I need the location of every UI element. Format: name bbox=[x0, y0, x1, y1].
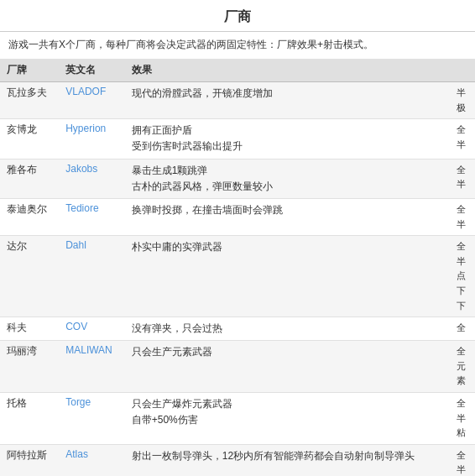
effect-text: 现代的滑膛武器，开镜准度增加 bbox=[132, 86, 444, 102]
table-row: 雅各布Jakobs暴击生成1颗跳弹古朴的武器风格，弹匣数量较小全半 bbox=[0, 159, 475, 198]
table-row: 瓦拉多夫VLADOF现代的滑膛武器，开镜准度增加半极 bbox=[0, 82, 475, 119]
cell-en-name: Hyperion bbox=[59, 119, 125, 159]
cell-tags: 全半 bbox=[450, 444, 475, 476]
cell-tags: 全半点下下 bbox=[450, 236, 475, 317]
cell-brand: 瓦拉多夫 bbox=[0, 82, 59, 119]
table-row: 泰迪奥尔Tediore换弹时投掷，在撞击墙面时会弹跳全半 bbox=[0, 198, 475, 235]
cell-tags: 全元素 bbox=[450, 341, 475, 393]
tag-text: 下 bbox=[457, 299, 468, 314]
tag-text: 全 bbox=[457, 163, 468, 178]
effect-text: 暴击生成1颗跳弹 bbox=[132, 163, 444, 179]
cell-tags: 全半 bbox=[450, 198, 475, 235]
page-title: 厂商 bbox=[0, 0, 475, 32]
cell-brand: 科夫 bbox=[0, 317, 59, 341]
cell-brand: 托格 bbox=[0, 393, 59, 445]
effect-text: 自带+50%伤害 bbox=[132, 412, 444, 428]
cell-effect: 拥有正面护盾受到伤害时武器输出提升 bbox=[125, 119, 451, 159]
cell-effect: 换弹时投掷，在撞击墙面时会弹跳 bbox=[125, 198, 451, 235]
effect-text: 古朴的武器风格，弹匣数量较小 bbox=[132, 179, 444, 195]
tag-text: 全 bbox=[457, 396, 468, 411]
cell-effect: 没有弹夹，只会过热 bbox=[125, 317, 451, 341]
cell-en-name: Torge bbox=[59, 393, 125, 445]
cell-brand: 达尔 bbox=[0, 236, 59, 317]
cell-en-name: VLADOF bbox=[59, 82, 125, 119]
tag-text: 素 bbox=[457, 374, 468, 389]
effect-text: 射出一枚制导弹头，12秒内所有智能弹药都会自动射向制导弹头 bbox=[132, 448, 444, 464]
table-row: 科夫COV没有弹夹，只会过热全 bbox=[0, 317, 475, 341]
tag-text: 全 bbox=[457, 344, 468, 359]
cell-tags: 半极 bbox=[450, 82, 475, 119]
cell-effect: 只会生产爆炸元素武器自带+50%伤害 bbox=[125, 393, 451, 445]
tag-text: 半 bbox=[457, 177, 468, 192]
tag-text: 半 bbox=[457, 254, 468, 269]
table-row: 阿特拉斯Atlas射出一枚制导弹头，12秒内所有智能弹药都会自动射向制导弹头全半 bbox=[0, 444, 475, 476]
header-tags bbox=[450, 59, 475, 82]
table-row: 达尔Dahl朴实中庸的实弹武器全半点下下 bbox=[0, 236, 475, 317]
cell-brand: 玛丽湾 bbox=[0, 341, 59, 393]
cell-brand: 阿特拉斯 bbox=[0, 444, 59, 476]
effect-text: 没有弹夹，只会过热 bbox=[132, 321, 444, 337]
cell-en-name: Jakobs bbox=[59, 159, 125, 198]
effect-text: 只会生产爆炸元素武器 bbox=[132, 396, 444, 412]
table-header-row: 厂牌 英文名 效果 bbox=[0, 59, 475, 82]
cell-tags: 全半粘 bbox=[450, 393, 475, 445]
effect-text: 朴实中庸的实弹武器 bbox=[132, 239, 444, 255]
tag-text: 全 bbox=[457, 202, 468, 217]
cell-en-name: MALIWAN bbox=[59, 341, 125, 393]
cell-tags: 全半 bbox=[450, 159, 475, 198]
cell-brand: 泰迪奥尔 bbox=[0, 198, 59, 235]
effect-text: 受到伤害时武器输出提升 bbox=[132, 139, 444, 154]
cell-tags: 全 bbox=[450, 317, 475, 341]
description: 游戏一共有X个厂商，每种厂商将会决定武器的两固定特性：厂牌效果+射击模式。 bbox=[0, 32, 475, 59]
cell-effect: 暴击生成1颗跳弹古朴的武器风格，弹匣数量较小 bbox=[125, 159, 451, 198]
tag-text: 粘 bbox=[457, 426, 468, 441]
cell-effect: 射出一枚制导弹头，12秒内所有智能弹药都会自动射向制导弹头 bbox=[125, 444, 451, 476]
table-row: 托格Torge只会生产爆炸元素武器自带+50%伤害全半粘 bbox=[0, 393, 475, 445]
cell-en-name: Atlas bbox=[59, 444, 125, 476]
cell-effect: 只会生产元素武器 bbox=[125, 341, 451, 393]
cell-en-name: Tediore bbox=[59, 198, 125, 235]
tag-text: 元 bbox=[457, 359, 468, 374]
tag-text: 极 bbox=[457, 101, 468, 116]
header-effect: 效果 bbox=[125, 59, 451, 82]
tag-text: 半 bbox=[457, 138, 468, 153]
tag-text: 半 bbox=[457, 217, 468, 233]
cell-en-name: Dahl bbox=[59, 236, 125, 317]
effect-text: 只会生产元素武器 bbox=[132, 344, 444, 360]
manufacturers-table: 厂牌 英文名 效果 瓦拉多夫VLADOF现代的滑膛武器，开镜准度增加半极亥博龙H… bbox=[0, 59, 475, 476]
table-row: 亥博龙Hyperion拥有正面护盾受到伤害时武器输出提升全半 bbox=[0, 119, 475, 159]
tag-text: 半 bbox=[457, 463, 468, 476]
tag-text: 半 bbox=[457, 86, 468, 101]
tag-text: 半 bbox=[457, 411, 468, 426]
table-row: 玛丽湾MALIWAN只会生产元素武器全元素 bbox=[0, 341, 475, 393]
cell-en-name: COV bbox=[59, 317, 125, 341]
cell-brand: 雅各布 bbox=[0, 159, 59, 198]
header-en-name: 英文名 bbox=[59, 59, 125, 82]
tag-text: 下 bbox=[457, 284, 468, 299]
tag-text: 全 bbox=[457, 123, 468, 138]
cell-tags: 全半 bbox=[450, 119, 475, 159]
cell-brand: 亥博龙 bbox=[0, 119, 59, 159]
cell-effect: 现代的滑膛武器，开镜准度增加 bbox=[125, 82, 451, 119]
cell-effect: 朴实中庸的实弹武器 bbox=[125, 236, 451, 317]
effect-text: 换弹时投掷，在撞击墙面时会弹跳 bbox=[132, 202, 444, 218]
tag-text: 点 bbox=[457, 269, 468, 284]
tag-text: 全 bbox=[457, 448, 468, 463]
header-brand: 厂牌 bbox=[0, 59, 59, 82]
tag-text: 全 bbox=[457, 239, 468, 254]
tag-text: 全 bbox=[457, 321, 468, 336]
effect-text: 拥有正面护盾 bbox=[132, 123, 444, 139]
